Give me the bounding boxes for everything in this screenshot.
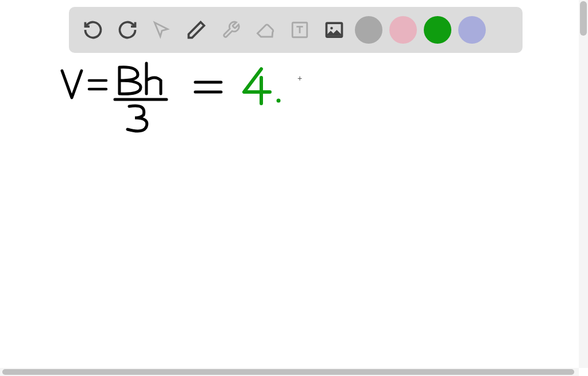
drawing-toolbar [69,7,523,53]
color-green[interactable] [424,16,451,44]
horizontal-scrollbar[interactable] [0,368,579,376]
crosshair-cursor: + [297,74,302,83]
vertical-scrollbar[interactable] [579,0,588,368]
image-button[interactable] [320,16,348,44]
text-button[interactable] [286,16,314,44]
undo-icon [83,20,103,40]
vertical-scrollbar-thumb[interactable] [580,1,587,36]
tools-button[interactable] [217,16,245,44]
svg-point-8 [277,99,281,103]
eraser-icon [255,20,276,40]
color-pink[interactable] [389,16,417,44]
pointer-button[interactable] [148,16,176,44]
text-icon [290,20,310,40]
undo-button[interactable] [79,16,107,44]
drawing-canvas[interactable]: + [0,57,588,368]
svg-point-2 [330,27,333,30]
horizontal-scrollbar-thumb[interactable] [2,369,574,375]
pencil-icon [186,20,207,40]
tools-icon [221,20,241,40]
image-icon [324,20,345,40]
color-lavender[interactable] [458,16,486,44]
redo-button[interactable] [114,16,141,44]
redo-icon [117,20,138,40]
eraser-button[interactable] [252,16,279,44]
color-gray[interactable] [355,16,382,44]
pencil-button[interactable] [183,16,210,44]
handwritten-equation [57,60,356,141]
pointer-icon [152,20,172,40]
